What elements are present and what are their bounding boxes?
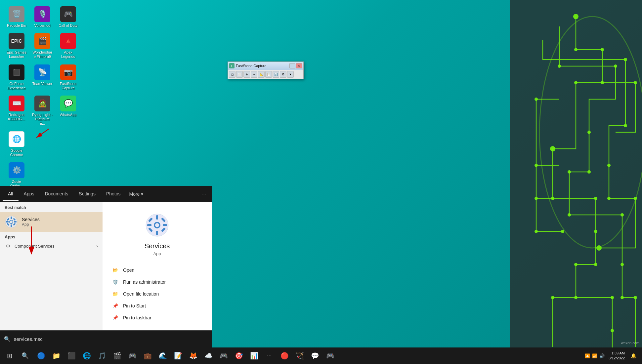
fs-tool-4[interactable]: ✂ [251, 71, 257, 78]
start-menu: All Apps Documents Settings Photos More … [0, 186, 212, 347]
svg-point-35 [573, 14, 578, 19]
svg-point-3 [601, 81, 604, 84]
fs-tool-7[interactable]: 🔄 [273, 71, 279, 78]
taskbar-cortana[interactable]: 🔵 [34, 347, 48, 364]
desktop-icon-chrome[interactable]: 🌐 Google Chrome [5, 130, 28, 158]
desktop-icon-epic-games[interactable]: EPIC Epic Games Launcher [5, 32, 28, 60]
fs-tool-3[interactable]: 🖱 [243, 71, 250, 78]
tray-network-icon[interactable]: 📶 [592, 353, 597, 358]
taskbar-start-button[interactable]: ⊞ [1, 347, 18, 364]
svg-point-22 [621, 296, 624, 299]
svg-point-19 [574, 263, 578, 266]
best-match-result-services[interactable]: Services App [0, 212, 103, 232]
action-pin-to-taskbar[interactable]: 📌 Pin to taskbar [103, 312, 212, 324]
run-as-admin-icon: 🛡️ [112, 279, 119, 285]
svg-point-1 [574, 48, 578, 51]
taskbar-firefox[interactable]: 🦊 [186, 347, 200, 364]
svg-point-17 [594, 230, 597, 233]
taskbar-epic[interactable]: 🎮 [125, 347, 140, 364]
best-match-header: Best match [0, 202, 103, 212]
taskbar-chrome[interactable]: 🌐 [79, 347, 94, 364]
svg-point-29 [535, 230, 538, 233]
recycle-bin-label: Recycle Bin [7, 23, 26, 28]
voicemod-icon: 🎙️ [34, 6, 50, 22]
taskbar-notification-center[interactable]: 🔔 [626, 347, 641, 364]
desktop-icon-teamviewer[interactable]: 📡 TeamViewer [31, 63, 54, 92]
desktop-icon-dying-light[interactable]: 🧟 Dying Light - Platinum E... [31, 94, 54, 127]
faststone-close-btn[interactable]: ✕ [296, 63, 302, 68]
taskbar-premiere[interactable]: 🎬 [110, 347, 124, 364]
tab-photos[interactable]: Photos [101, 187, 126, 201]
svg-point-7 [624, 58, 627, 61]
taskbar-app2[interactable]: 🏹 [292, 347, 307, 364]
menu-tabs: All Apps Documents Settings Photos More … [0, 186, 212, 202]
desktop-icon-wondershare[interactable]: 🎬 Wondershare Filmora9 [31, 32, 54, 60]
services-result-name: Services [22, 217, 98, 222]
action-open-file-location[interactable]: 📁 Open file location [103, 288, 212, 300]
taskbar-sticky-notes[interactable]: 📝 [171, 347, 185, 364]
desktop-icon-redragon[interactable]: ⌨️ Redragon K530RG... [5, 94, 28, 127]
taskbar-nvidia[interactable]: ⬛ [64, 347, 79, 364]
taskbar-separator: ⋯ [262, 347, 277, 364]
desktop-icon-call-of-duty[interactable]: 🎮 Call of Duty [57, 5, 80, 29]
desktop-icon-apex[interactable]: 🔺 Apex Legends [57, 32, 80, 60]
taskbar-whatsapp[interactable]: 💬 [308, 347, 322, 364]
tab-apps[interactable]: Apps [19, 187, 40, 201]
taskbar-time: 1:39 AM [612, 351, 625, 356]
svg-rect-55 [163, 224, 167, 226]
svg-point-18 [594, 263, 597, 266]
tab-settings[interactable]: Settings [73, 187, 101, 201]
pin-to-taskbar-label: Pin to taskbar [123, 315, 151, 320]
tab-all[interactable]: All [3, 187, 19, 201]
action-run-as-admin[interactable]: 🛡️ Run as administrator [103, 276, 212, 288]
sub-result-component-services[interactable]: ⚙ Component Services › [0, 241, 103, 251]
faststone-window: F FastStone Capture ─ ✕ ◻ ⬜ 🖱 ✂ 📐 📋 🔄 ⚙ … [228, 61, 304, 79]
faststone-desktop-icon: 📷 [60, 64, 76, 80]
redragon-label: Redragon K530RG... [6, 113, 27, 121]
open-icon: 📂 [112, 267, 119, 273]
tab-more[interactable]: More ▾ [126, 187, 147, 201]
svg-rect-43 [6, 221, 9, 222]
fs-tool-5[interactable]: 📐 [258, 71, 265, 78]
geforce-label: GeForce Experience [6, 82, 27, 90]
desktop-icon-zusie[interactable]: ⚙️ Zusie Optim... [5, 161, 28, 189]
tray-volume-icon[interactable]: 🔊 [599, 353, 605, 358]
taskbar-spotify[interactable]: 🎵 [95, 347, 109, 364]
chrome-icon: 🌐 [9, 131, 24, 147]
fs-tool-9[interactable]: ▼ [287, 71, 294, 78]
fs-tool-6[interactable]: 📋 [265, 71, 272, 78]
faststone-app-icon: F [229, 63, 235, 68]
action-open[interactable]: 📂 Open [103, 264, 212, 276]
menu-more-options[interactable]: ··· [199, 190, 209, 197]
desktop-icon-recycle-bin[interactable]: 🗑️ Recycle Bin [5, 5, 28, 29]
taskbar-steam2[interactable]: 🎮 [323, 347, 337, 364]
taskbar-onedrive[interactable]: ☁️ [201, 347, 216, 364]
fs-tool-8[interactable]: ⚙ [280, 71, 286, 78]
action-pin-to-start[interactable]: 📌 Pin to Start [103, 300, 212, 312]
tab-documents[interactable]: Documents [39, 187, 73, 201]
svg-point-60 [155, 223, 159, 227]
taskbar-teams[interactable]: 💼 [140, 347, 155, 364]
search-input[interactable] [14, 336, 208, 342]
taskbar-app1[interactable]: 🔴 [277, 347, 292, 364]
fs-tool-2[interactable]: ⬜ [236, 71, 243, 78]
windows-icon: ⊞ [7, 352, 13, 360]
desktop-icon-geforce[interactable]: ⬛ GeForce Experience [5, 63, 28, 92]
svg-point-24 [611, 296, 614, 299]
tray-icon-1[interactable]: 🔼 [585, 353, 590, 358]
desktop-icon-whatsapp[interactable]: 💬 WhatsApp [57, 94, 80, 127]
taskbar-search-button[interactable]: 🔍 [18, 347, 32, 364]
dying-light-icon: 🧟 [34, 96, 50, 111]
taskbar-valorant[interactable]: 🎯 [232, 347, 246, 364]
desktop-icon-faststone-desktop[interactable]: 📷 FastStone Capture [57, 63, 80, 92]
svg-point-9 [634, 81, 637, 84]
taskbar-mediainfo[interactable]: 📊 [247, 347, 261, 364]
taskbar-edge[interactable]: 🌊 [155, 347, 170, 364]
fs-tool-1[interactable]: ◻ [229, 71, 235, 78]
svg-rect-52 [156, 215, 158, 220]
faststone-minimize-btn[interactable]: ─ [289, 63, 295, 68]
taskbar-steam[interactable]: 🎮 [216, 347, 231, 364]
taskbar-file-explorer[interactable]: 📁 [49, 347, 64, 364]
desktop-icon-voicemod[interactable]: 🎙️ Voicemod [31, 5, 54, 29]
taskbar-clock[interactable]: 1:39 AM 3/12/2022 [607, 351, 626, 361]
